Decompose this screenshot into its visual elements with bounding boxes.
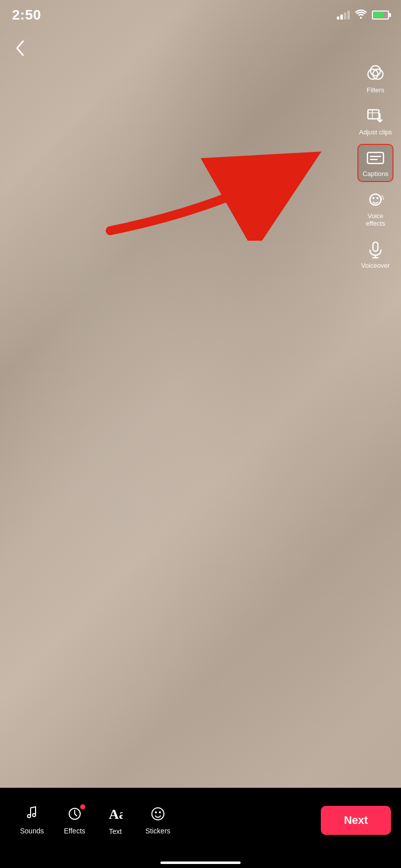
svg-point-9 <box>376 197 378 199</box>
adjust-clips-button[interactable]: Adjust clips <box>356 102 395 140</box>
home-indicator <box>160 861 241 864</box>
captions-icon <box>365 148 385 168</box>
bottom-toolbar: Sounds Effects Aa Text <box>0 788 401 868</box>
voice-effects-button[interactable]: Voice effects <box>362 186 388 232</box>
stickers-icon <box>150 806 165 824</box>
svg-rect-4 <box>367 152 383 163</box>
svg-point-8 <box>372 197 374 199</box>
svg-rect-3 <box>368 110 379 119</box>
svg-rect-10 <box>373 242 378 251</box>
filters-label: Filters <box>366 86 384 94</box>
svg-point-2 <box>370 66 380 76</box>
adjust-clips-label: Adjust clips <box>359 128 392 136</box>
captions-label: Captions <box>362 170 388 178</box>
bottom-nav: Sounds Effects Aa Text <box>10 801 321 840</box>
video-background <box>0 0 401 868</box>
sounds-nav-item[interactable]: Sounds <box>10 801 54 840</box>
right-toolbar: Filters Adjust clips Captions <box>356 60 395 274</box>
notification-dot <box>80 804 85 809</box>
text-nav-item[interactable]: Aa Text <box>95 801 135 840</box>
captions-button[interactable]: Captions <box>357 144 393 182</box>
filters-button[interactable]: Filters <box>362 60 388 98</box>
stickers-label: Stickers <box>145 827 170 835</box>
voiceover-button[interactable]: Voiceover <box>358 236 393 274</box>
adjust-clips-icon <box>365 106 385 126</box>
text-icon: Aa <box>108 806 123 824</box>
status-bar: 2:50 <box>0 0 401 30</box>
effects-label: Effects <box>64 827 85 835</box>
filters-icon <box>365 64 385 84</box>
status-icons <box>337 10 389 21</box>
voiceover-label: Voiceover <box>361 262 390 270</box>
wifi-icon <box>355 10 367 21</box>
sounds-label: Sounds <box>20 827 44 835</box>
svg-point-15 <box>152 808 164 820</box>
voiceover-icon <box>365 240 385 260</box>
next-button[interactable]: Next <box>321 806 391 835</box>
svg-point-16 <box>155 811 157 813</box>
stickers-nav-item[interactable]: Stickers <box>135 801 180 840</box>
text-label: Text <box>109 827 122 835</box>
voice-effects-label: Voice effects <box>366 212 385 228</box>
signal-icon <box>337 11 350 20</box>
svg-text:Aa: Aa <box>109 806 123 822</box>
svg-point-17 <box>159 811 161 813</box>
voice-effects-icon <box>365 190 385 210</box>
effects-nav-item[interactable]: Effects <box>54 801 95 840</box>
status-time: 2:50 <box>12 7 41 23</box>
sounds-icon <box>25 806 40 824</box>
effects-icon <box>67 806 82 824</box>
back-button[interactable] <box>10 35 29 65</box>
battery-icon <box>372 11 389 20</box>
